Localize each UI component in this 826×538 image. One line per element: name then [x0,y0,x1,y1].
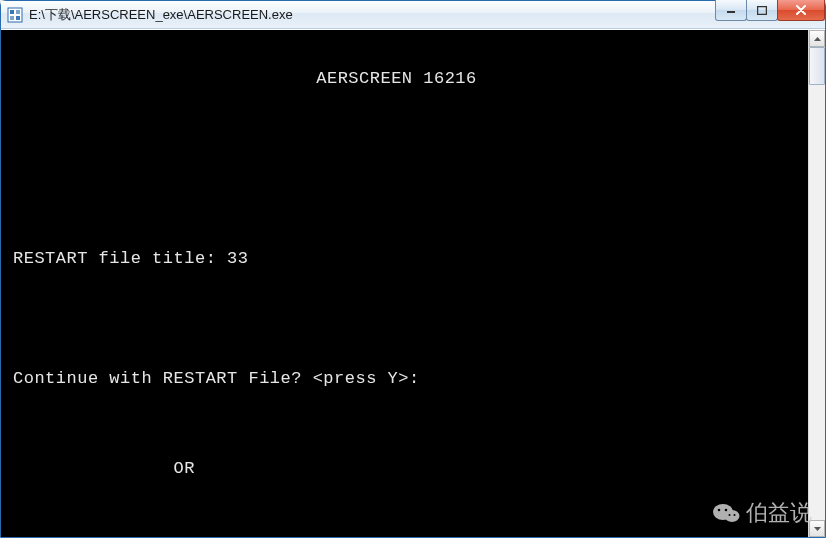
svg-rect-4 [16,16,20,20]
console-window: E:\下载\AERSCREEN_exe\AERSCREEN.exe AERSCR… [0,0,826,538]
scroll-thumb[interactable] [809,47,825,85]
window-controls [716,0,825,22]
or-line: OR [13,454,808,484]
console-output[interactable]: AERSCREEN 16216 RESTART file title: 33 C… [1,30,808,537]
app-icon [7,7,23,23]
maximize-button[interactable] [746,0,778,21]
restart-title-line: RESTART file title: 33 [13,244,808,274]
continue-prompt-line: Continue with RESTART File? <press Y>: [13,364,808,394]
svg-rect-1 [10,10,14,14]
client-area: AERSCREEN 16216 RESTART file title: 33 C… [1,29,825,537]
minimize-button[interactable] [715,0,747,21]
titlebar[interactable]: E:\下载\AERSCREEN_exe\AERSCREEN.exe [1,1,825,29]
scroll-track[interactable] [809,47,825,520]
close-button[interactable] [777,0,825,21]
scroll-down-button[interactable] [809,520,825,537]
svg-rect-3 [10,16,14,20]
svg-rect-5 [727,11,735,13]
svg-rect-2 [16,10,20,14]
vertical-scrollbar[interactable] [808,30,825,537]
window-title: E:\下载\AERSCREEN_exe\AERSCREEN.exe [29,6,823,24]
svg-rect-6 [758,6,767,14]
scroll-up-button[interactable] [809,30,825,47]
console-header: AERSCREEN 16216 [13,64,808,94]
